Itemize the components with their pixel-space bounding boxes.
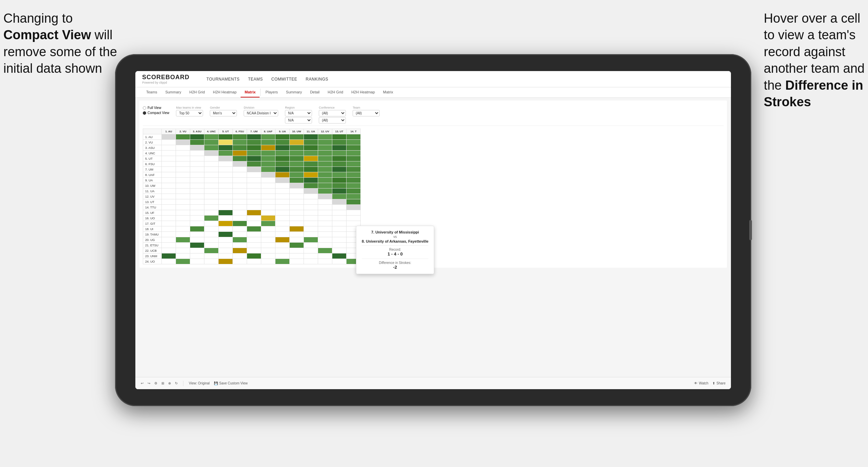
matrix-cell-1-0[interactable] <box>162 140 176 145</box>
compact-view-option[interactable]: Compact View <box>143 111 169 115</box>
matrix-cell-4-7[interactable] <box>261 156 275 161</box>
tab-players-h2h-grid[interactable]: H2H Grid <box>324 87 347 97</box>
matrix-cell-19-1[interactable] <box>176 237 190 243</box>
matrix-cell-2-2[interactable] <box>190 145 204 151</box>
matrix-cell-23-2[interactable] <box>190 259 204 264</box>
matrix-cell-8-0[interactable] <box>162 178 176 183</box>
filter-division-select[interactable]: NCAA Division I <box>244 110 278 116</box>
matrix-cell-2-9[interactable] <box>290 145 304 151</box>
matrix-cell-4-4[interactable] <box>219 156 233 161</box>
matrix-cell-9-2[interactable] <box>190 183 204 188</box>
matrix-cell-10-3[interactable] <box>204 188 219 194</box>
matrix-cell-3-2[interactable] <box>190 151 204 156</box>
matrix-cell-0-2[interactable] <box>190 134 204 140</box>
toolbar-refresh[interactable]: ↻ <box>175 381 178 385</box>
matrix-cell-8-1[interactable] <box>176 178 190 183</box>
matrix-cell-16-12[interactable] <box>332 221 347 226</box>
matrix-cell-14-1[interactable] <box>176 210 190 216</box>
toolbar-settings2[interactable]: ⊞ <box>161 381 164 385</box>
matrix-cell-12-5[interactable] <box>233 199 247 205</box>
matrix-cell-6-10[interactable] <box>304 167 318 172</box>
matrix-cell-13-11[interactable] <box>318 205 332 210</box>
matrix-cell-6-1[interactable] <box>176 167 190 172</box>
matrix-cell-16-8[interactable] <box>275 221 290 226</box>
matrix-cell-13-5[interactable] <box>233 205 247 210</box>
matrix-cell-5-10[interactable] <box>304 161 318 167</box>
matrix-cell-18-9[interactable] <box>290 232 304 237</box>
matrix-cell-12-9[interactable] <box>290 199 304 205</box>
matrix-cell-3-9[interactable] <box>290 151 304 156</box>
matrix-cell-8-8[interactable] <box>275 178 290 183</box>
matrix-cell-22-5[interactable] <box>233 253 247 259</box>
matrix-cell-7-2[interactable] <box>190 172 204 178</box>
matrix-cell-14-2[interactable] <box>190 210 204 216</box>
matrix-cell-2-13[interactable] <box>347 145 361 151</box>
matrix-cell-9-5[interactable] <box>233 183 247 188</box>
matrix-cell-21-0[interactable] <box>162 248 176 253</box>
matrix-cell-18-11[interactable] <box>318 232 332 237</box>
matrix-cell-5-0[interactable] <box>162 161 176 167</box>
matrix-cell-13-3[interactable] <box>204 205 219 210</box>
matrix-cell-21-7[interactable] <box>261 248 275 253</box>
matrix-cell-13-1[interactable] <box>176 205 190 210</box>
matrix-cell-8-6[interactable] <box>247 178 261 183</box>
matrix-cell-14-9[interactable] <box>290 210 304 216</box>
matrix-cell-1-3[interactable] <box>204 140 219 145</box>
matrix-cell-6-0[interactable] <box>162 167 176 172</box>
matrix-cell-15-5[interactable] <box>233 216 247 221</box>
filter-conference-select2[interactable]: (All) <box>319 117 346 124</box>
matrix-cell-22-7[interactable] <box>261 253 275 259</box>
matrix-cell-1-7[interactable] <box>261 140 275 145</box>
matrix-cell-2-6[interactable] <box>247 145 261 151</box>
matrix-cell-17-5[interactable] <box>233 226 247 232</box>
matrix-cell-5-7[interactable] <box>261 161 275 167</box>
nav-rankings[interactable]: RANKINGS <box>306 77 328 82</box>
matrix-cell-1-1[interactable] <box>176 140 190 145</box>
matrix-cell-2-4[interactable] <box>219 145 233 151</box>
matrix-cell-9-11[interactable] <box>318 183 332 188</box>
matrix-cell-11-0[interactable] <box>162 194 176 199</box>
matrix-cell-14-10[interactable] <box>304 210 318 216</box>
nav-committee[interactable]: COMMITTEE <box>271 77 297 82</box>
matrix-cell-10-8[interactable] <box>275 188 290 194</box>
matrix-cell-11-11[interactable] <box>318 194 332 199</box>
matrix-cell-0-13[interactable] <box>347 134 361 140</box>
matrix-cell-23-10[interactable] <box>304 259 318 264</box>
matrix-cell-12-1[interactable] <box>176 199 190 205</box>
matrix-cell-21-8[interactable] <box>275 248 290 253</box>
matrix-cell-1-6[interactable] <box>247 140 261 145</box>
nav-teams[interactable]: TEAMS <box>248 77 263 82</box>
matrix-cell-14-0[interactable] <box>162 210 176 216</box>
matrix-cell-6-11[interactable] <box>318 167 332 172</box>
matrix-cell-0-7[interactable] <box>261 134 275 140</box>
matrix-cell-1-2[interactable] <box>190 140 204 145</box>
matrix-cell-2-1[interactable] <box>176 145 190 151</box>
matrix-cell-18-2[interactable] <box>190 232 204 237</box>
matrix-cell-23-1[interactable] <box>176 259 190 264</box>
matrix-cell-8-13[interactable] <box>347 178 361 183</box>
matrix-cell-23-3[interactable] <box>204 259 219 264</box>
filter-region-select2[interactable]: N/A <box>285 117 312 124</box>
matrix-cell-13-0[interactable] <box>162 205 176 210</box>
matrix-cell-11-12[interactable] <box>332 194 347 199</box>
matrix-cell-16-4[interactable] <box>219 221 233 226</box>
matrix-cell-1-12[interactable] <box>332 140 347 145</box>
matrix-cell-12-0[interactable] <box>162 199 176 205</box>
matrix-cell-1-8[interactable] <box>275 140 290 145</box>
matrix-cell-21-1[interactable] <box>176 248 190 253</box>
matrix-cell-4-1[interactable] <box>176 156 190 161</box>
matrix-cell-7-8[interactable] <box>275 172 290 178</box>
toolbar-watch[interactable]: 👁 Watch <box>694 381 708 385</box>
matrix-cell-16-6[interactable] <box>247 221 261 226</box>
matrix-cell-17-4[interactable] <box>219 226 233 232</box>
matrix-cell-9-4[interactable] <box>219 183 233 188</box>
matrix-cell-6-13[interactable] <box>347 167 361 172</box>
matrix-cell-23-6[interactable] <box>247 259 261 264</box>
matrix-cell-23-11[interactable] <box>318 259 332 264</box>
matrix-cell-10-9[interactable] <box>290 188 304 194</box>
matrix-cell-7-6[interactable] <box>247 172 261 178</box>
matrix-cell-22-12[interactable] <box>332 253 347 259</box>
matrix-cell-7-10[interactable] <box>304 172 318 178</box>
matrix-cell-5-9[interactable] <box>290 161 304 167</box>
matrix-cell-6-6[interactable] <box>247 167 261 172</box>
